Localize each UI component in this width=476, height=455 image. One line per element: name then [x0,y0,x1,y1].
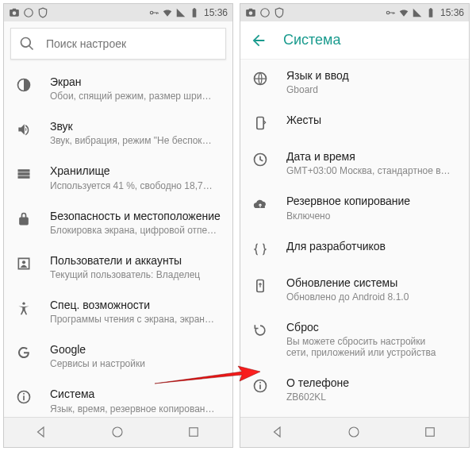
item-accessibility[interactable]: Спец. возможностиПрограммы чтения с экра… [4,289,232,334]
signal-icon [412,7,423,18]
item-sub: Сервисы и настройки [50,358,217,369]
item-sub: Используется 41 %, свободно 18,73 ГБ [50,180,217,191]
svg-point-0 [25,9,33,17]
svg-point-8 [113,427,122,437]
nav-recent-icon[interactable] [423,425,439,441]
status-time: 15:36 [440,7,464,18]
gesture-icon [251,114,269,132]
item-label: Безопасность и местоположение [50,209,221,223]
svg-rect-20 [426,427,435,436]
nav-bar [240,417,469,447]
item-display[interactable]: ЭкранОбои, спящий режим, размер шрифта [4,66,232,110]
page-title: Система [283,32,341,48]
key-icon [385,7,396,18]
item-sub: Обновлено до Android 8.1.0 [286,291,453,303]
item-sub: Язык, время, резервное копирование ... [50,403,217,415]
nav-back-icon[interactable] [271,425,286,441]
item-security[interactable]: Безопасность и местоположениеБлокировка … [4,200,232,245]
shield-icon [37,7,48,18]
item-gestures[interactable]: Жесты [240,104,469,141]
user-icon [15,255,33,272]
item-label: Система [50,387,221,401]
search-input[interactable] [46,37,217,50]
item-label: Резервное копирование [286,194,458,208]
wifi-icon [162,7,173,18]
camera-icon [245,7,256,18]
battery-icon [425,7,436,18]
svg-point-10 [261,9,270,17]
item-about[interactable]: О телефонеZB602KL [240,367,469,411]
nav-bar [4,417,232,447]
app-header: Система [240,21,469,60]
item-sub: Блокировка экрана, цифровой отпеча... [50,225,217,236]
item-sub: Включено [286,210,453,222]
svg-rect-13 [257,118,263,129]
info-icon [15,388,33,406]
reset-icon [251,322,269,339]
nav-recent-icon[interactable] [186,425,202,441]
back-button[interactable] [250,32,267,49]
item-sound[interactable]: ЗвукЗвук, вибрация, режим "Не беспокоить… [4,110,232,155]
item-label: Экран [50,75,221,89]
item-sub: Обои, спящий режим, размер шрифта [50,91,217,102]
battery-icon [189,7,200,18]
nav-home-icon[interactable] [110,425,126,441]
svg-rect-7 [23,393,25,395]
item-label: Жесты [286,113,458,127]
braces-icon [251,241,269,258]
item-label: Google [50,342,221,357]
item-backup[interactable]: Резервное копированиеВключено [240,185,469,229]
item-sub: Текущий пользователь: Владелец [50,269,217,280]
settings-list: ЭкранОбои, спящий режим, размер шрифта З… [4,66,232,417]
item-system[interactable]: СистемаЯзык, время, резервное копировани… [4,378,232,417]
key-icon [148,7,159,18]
item-label: Спец. возможности [50,298,221,312]
accessibility-icon [15,299,33,317]
item-users[interactable]: Пользователи и аккаунтыТекущий пользоват… [4,245,232,289]
item-sub: ZB602KL [286,391,453,403]
system-list: Язык и вводGboard Жесты Дата и времяGMT+… [240,60,469,417]
svg-rect-9 [190,427,198,436]
clock-icon [251,151,269,168]
shield-icon [274,7,285,18]
item-storage[interactable]: ХранилищеИспользуется 41 %, свободно 18,… [4,155,232,199]
notification-icon [259,7,271,18]
storage-icon [15,165,33,183]
item-sub: Gboard [286,84,453,95]
settings-main-screen: 15:36 ЭкранОбои, спящий режим, размер шр… [3,3,233,448]
item-datetime[interactable]: Дата и времяGMT+03:00 Москва, стандартно… [240,141,469,185]
item-sub: GMT+03:00 Москва, стандартное время [286,165,453,176]
svg-rect-6 [23,396,25,401]
status-time: 15:36 [204,7,228,18]
svg-point-19 [349,427,359,437]
item-sub: Программы чтения с экрана, экран, эл... [50,314,217,325]
item-google[interactable]: GoogleСервисы и настройки [4,334,232,378]
wifi-icon [398,7,409,18]
item-label: Обновление системы [286,276,458,290]
item-label: Дата и время [286,149,458,164]
search-settings[interactable] [10,28,226,60]
item-cert[interactable]: Ярлыки сертификации [240,411,469,417]
signal-icon [175,7,186,18]
item-language[interactable]: Язык и вводGboard [240,60,469,104]
item-developer[interactable]: Для разработчиков [240,230,469,267]
item-reset[interactable]: СбросВы можете сбросить настройки сети, … [240,311,469,367]
info-icon [251,377,269,395]
svg-point-4 [22,302,25,304]
update-icon [251,277,269,295]
item-label: Звук [50,119,221,133]
item-label: Язык и ввод [286,68,458,83]
status-bar: 15:36 [4,4,232,21]
item-update[interactable]: Обновление системыОбновлено до Android 8… [240,267,469,311]
nav-home-icon[interactable] [347,425,363,441]
cloud-upload-icon [251,195,269,213]
globe-icon [251,70,269,87]
item-label: Хранилище [50,164,221,178]
item-label: Сброс [286,320,458,334]
nav-back-icon[interactable] [34,425,50,441]
camera-icon [9,7,20,18]
svg-rect-18 [259,382,261,384]
item-label: Пользователи и аккаунты [50,253,221,268]
notification-icon [23,7,34,18]
item-label: Для разработчиков [286,239,458,253]
